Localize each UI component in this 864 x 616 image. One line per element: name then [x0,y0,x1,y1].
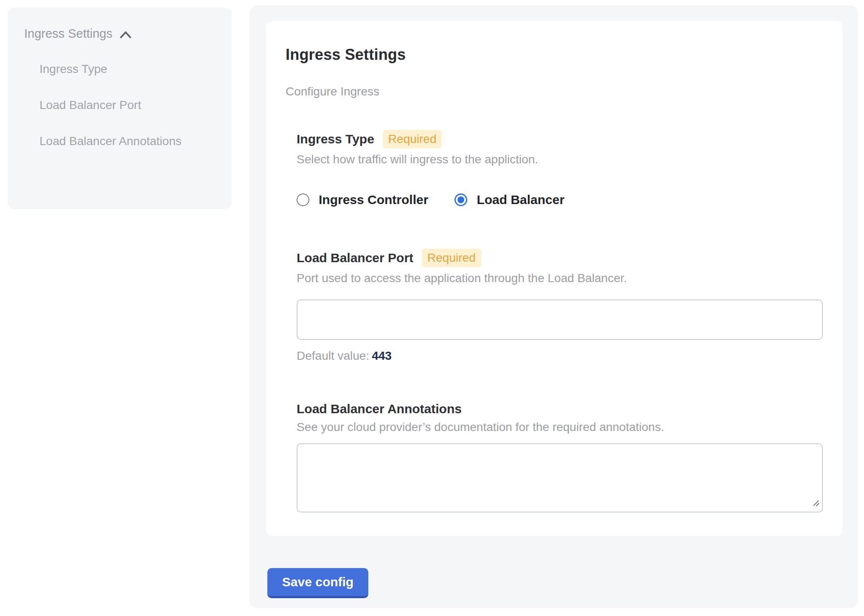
default-value-line: Default value:443 [297,349,823,363]
sidebar-item-load-balancer-annotations[interactable]: Load Balancer Annotations [39,129,188,154]
settings-sidebar: Ingress Settings Ingress Type Load Balan… [8,8,232,209]
default-value-label: Default value: [297,349,369,362]
load-balancer-port-section: Load Balancer Port Required Port used to… [297,249,823,363]
ingress-type-section: Ingress Type Required Select how traffic… [297,130,823,207]
page-title: Ingress Settings [286,46,823,64]
chevron-up-icon [119,30,132,39]
load-balancer-annotations-textarea[interactable] [297,443,823,512]
radio-selected-icon[interactable] [454,193,467,206]
sidebar-item-load-balancer-port[interactable]: Load Balancer Port [39,93,188,118]
save-config-button[interactable]: Save config [267,568,368,598]
page-subtitle: Configure Ingress [286,85,823,98]
load-balancer-port-heading: Load Balancer Port [297,251,413,265]
radio-option-load-balancer[interactable]: Load Balancer [454,193,564,207]
radio-label: Load Balancer [477,193,564,207]
sidebar-section-toggle[interactable]: Ingress Settings [24,21,219,46]
sidebar-item-list: Ingress Type Load Balancer Port Load Bal… [24,57,219,154]
sidebar-item-ingress-type[interactable]: Ingress Type [39,57,188,81]
load-balancer-annotations-heading: Load Balancer Annotations [297,402,462,416]
settings-panel: Ingress Settings Configure Ingress Ingre… [250,6,858,608]
default-value-number: 443 [372,349,392,362]
required-badge: Required [422,249,481,267]
load-balancer-annotations-section: Load Balancer Annotations See your cloud… [297,402,823,512]
radio-option-ingress-controller[interactable]: Ingress Controller [297,193,428,207]
radio-unselected-icon[interactable] [297,193,309,206]
ingress-type-description: Select how traffic will ingress to the a… [297,153,823,166]
load-balancer-port-description: Port used to access the application thro… [297,272,823,285]
ingress-settings-card: Ingress Settings Configure Ingress Ingre… [266,21,842,536]
ingress-type-heading: Ingress Type [297,132,374,146]
sidebar-section-label: Ingress Settings [24,21,112,46]
radio-label: Ingress Controller [319,193,428,207]
load-balancer-annotations-description: See your cloud provider’s documentation … [297,420,823,434]
load-balancer-port-input[interactable] [297,300,823,340]
ingress-type-radio-group: Ingress Controller Load Balancer [297,193,823,207]
required-badge: Required [383,130,442,148]
